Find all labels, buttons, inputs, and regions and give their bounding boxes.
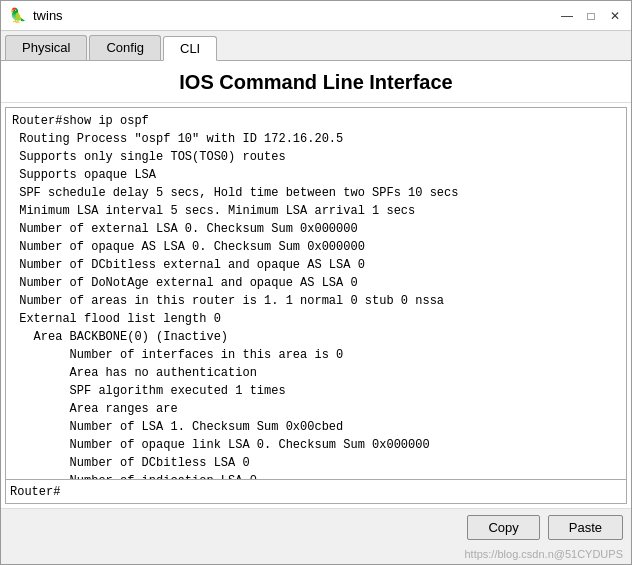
cli-output[interactable]: Router#show ip ospf Routing Process "osp… — [6, 108, 626, 479]
app-icon: 🦜 — [9, 7, 27, 25]
copy-button[interactable]: Copy — [467, 515, 539, 540]
paste-button[interactable]: Paste — [548, 515, 623, 540]
main-window: 🦜 twins — □ ✕ Physical Config CLI IOS Co… — [0, 0, 632, 565]
tab-cli[interactable]: CLI — [163, 36, 217, 61]
title-bar-left: 🦜 twins — [9, 7, 63, 25]
cli-input[interactable] — [60, 485, 622, 499]
watermark: https://blog.csdn.n@51CYDUPS — [1, 546, 631, 564]
page-title: IOS Command Line Interface — [1, 61, 631, 103]
maximize-button[interactable]: □ — [583, 8, 599, 24]
tab-physical[interactable]: Physical — [5, 35, 87, 60]
close-button[interactable]: ✕ — [607, 8, 623, 24]
minimize-button[interactable]: — — [559, 8, 575, 24]
tab-config[interactable]: Config — [89, 35, 161, 60]
title-bar: 🦜 twins — □ ✕ — [1, 1, 631, 31]
title-bar-controls: — □ ✕ — [559, 8, 623, 24]
tabs-bar: Physical Config CLI — [1, 31, 631, 61]
cli-input-row: Router# — [5, 480, 627, 504]
window-title: twins — [33, 8, 63, 23]
cli-output-wrapper: Router#show ip ospf Routing Process "osp… — [5, 107, 627, 480]
bottom-bar: Copy Paste — [1, 508, 631, 546]
cli-area: Router#show ip ospf Routing Process "osp… — [1, 103, 631, 508]
cli-prompt: Router# — [10, 485, 60, 499]
